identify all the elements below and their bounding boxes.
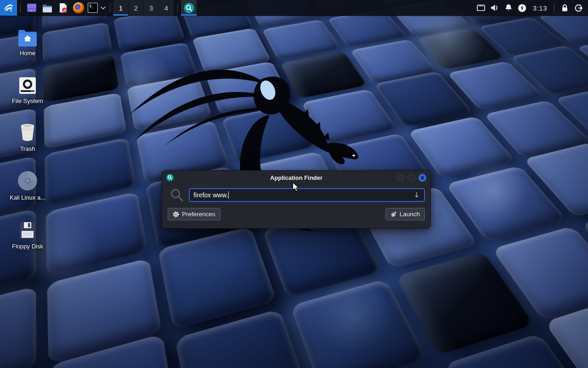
file-manager-icon xyxy=(42,2,53,13)
search-input[interactable]: firefox www. ↓ xyxy=(189,188,425,202)
kali-dragon-icon xyxy=(3,2,14,13)
terminal-icon: $_ xyxy=(88,3,98,13)
trash-can-icon xyxy=(6,121,50,143)
app-finder-icon xyxy=(166,174,174,181)
home-folder-icon xyxy=(6,25,50,47)
workspace-button-1[interactable]: 1 xyxy=(113,0,128,16)
launch-icon xyxy=(390,211,397,218)
workspace-label: 3 xyxy=(149,4,153,12)
desktop-icon-label: Trash xyxy=(6,145,50,152)
system-tray: 3:13 xyxy=(474,0,588,16)
gear-icon xyxy=(173,211,179,218)
desktop-icon xyxy=(26,2,37,13)
desktop-icon-kali-linux[interactable]: Kali Linux a... xyxy=(6,169,50,201)
app-finder-icon xyxy=(184,3,194,13)
workspace-label: 4 xyxy=(164,4,168,12)
floppy-disk-icon xyxy=(6,218,50,240)
launcher-firefox[interactable] xyxy=(71,0,86,16)
text-editor-icon xyxy=(57,2,68,13)
workspace-button-3[interactable]: 3 xyxy=(144,0,158,16)
launcher-text-editor[interactable] xyxy=(55,0,71,16)
panel-separator xyxy=(110,3,110,12)
power-manager-icon[interactable] xyxy=(515,0,529,16)
desktop-icon-home[interactable]: Home xyxy=(6,25,50,57)
wallpaper-cube xyxy=(301,89,397,144)
search-icon xyxy=(170,188,184,202)
panel-separator xyxy=(177,3,178,12)
chevron-down-icon[interactable] xyxy=(99,0,107,16)
panel-separator xyxy=(20,3,21,12)
dropdown-arrow-icon[interactable]: ↓ xyxy=(413,192,420,199)
wallpaper-cube xyxy=(0,286,36,368)
network-icon[interactable] xyxy=(474,0,488,16)
launcher-show-desktop[interactable] xyxy=(24,0,40,16)
applications-menu-button[interactable] xyxy=(0,0,17,16)
window-title: Application Finder xyxy=(162,174,430,181)
workspace-label: 1 xyxy=(119,4,123,12)
preferences-label: Preferences xyxy=(182,211,215,218)
close-button[interactable] xyxy=(418,174,426,182)
launcher-file-manager[interactable] xyxy=(40,0,55,16)
desktop-icon-label: Floppy Disk xyxy=(6,243,50,250)
kali-desktop: $_ 1 2 3 4 xyxy=(0,0,588,368)
desktop-icon-trash[interactable]: Trash xyxy=(6,121,50,152)
optical-disc-icon xyxy=(6,169,50,191)
launch-button[interactable]: Launch xyxy=(385,208,425,220)
preferences-button[interactable]: Preferences xyxy=(168,208,220,220)
text-caret xyxy=(228,191,229,199)
clock[interactable]: 3:13 xyxy=(529,4,551,12)
volume-icon[interactable] xyxy=(488,0,502,16)
minimize-button[interactable] xyxy=(396,174,404,182)
desktop-icon-label: File System xyxy=(6,98,50,104)
firefox-icon xyxy=(73,2,84,13)
workspace-button-4[interactable]: 4 xyxy=(159,0,174,16)
notifications-bell-icon[interactable] xyxy=(502,0,515,16)
lock-screen-icon[interactable] xyxy=(558,0,571,16)
workspace-button-2[interactable]: 2 xyxy=(129,0,143,16)
close-icon xyxy=(420,176,424,180)
desktop-icon-label: Kali Linux a... xyxy=(6,194,50,201)
workspace-label: 2 xyxy=(134,4,138,12)
application-finder-button[interactable] xyxy=(181,0,197,16)
desktop-icon-file-system[interactable]: File System xyxy=(6,73,50,104)
maximize-button[interactable] xyxy=(407,174,415,182)
hard-drive-icon xyxy=(6,73,50,95)
launch-label: Launch xyxy=(400,211,420,218)
logout-icon[interactable] xyxy=(571,0,585,16)
desktop-icon-floppy-disk[interactable]: Floppy Disk xyxy=(6,218,50,250)
launcher-terminal[interactable]: $_ xyxy=(86,0,99,16)
panel-separator xyxy=(554,3,554,12)
window-titlebar[interactable]: Application Finder xyxy=(162,171,430,184)
dialog-body: firefox www. ↓ Preferences xyxy=(162,184,430,226)
application-finder-window: Application Finder firefox www. xyxy=(162,170,431,229)
desktop-icon-label: Home xyxy=(6,50,50,57)
search-query-text: firefox www. xyxy=(193,191,228,199)
top-panel: $_ 1 2 3 4 xyxy=(0,0,588,16)
